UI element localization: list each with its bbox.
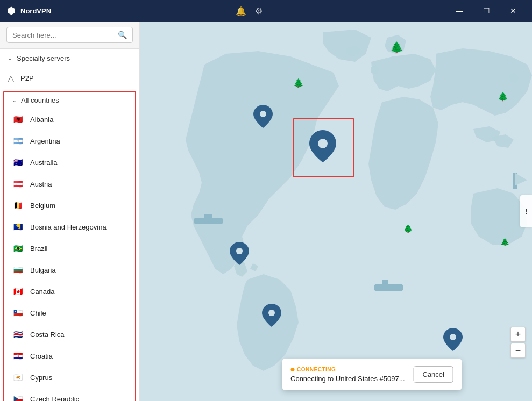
maximize-button[interactable]: ☐ [474,2,499,19]
country-list-item[interactable]: 🇧🇬Bulgaria [4,259,135,281]
zoom-out-button[interactable]: − [510,343,526,358]
country-list-item[interactable]: 🇧🇷Brazil [4,238,135,259]
country-flag-icon: 🇦🇺 [12,156,24,168]
country-flag-icon: 🇨🇾 [12,371,24,383]
connecting-text-area: CONNECTING Connecting to United States #… [290,367,405,383]
country-flag-icon: 🇨🇿 [12,393,24,401]
all-countries-section: ⌄ All countries 🇦🇱Albania🇦🇷Argentina🇦🇺Au… [3,91,136,401]
search-box: 🔍 [6,27,133,43]
country-list-item[interactable]: 🇧🇦Bosnia and Herzegovina [4,216,135,238]
country-name: Bulgaria [30,266,56,274]
country-list-item[interactable]: 🇨🇷Costa Rica [4,324,135,345]
titlebar: NordVPN 🔔 ⚙ — ☐ ✕ [0,0,532,22]
country-flag-icon: 🇨🇦 [12,285,24,297]
country-flag-icon: 🇦🇱 [12,113,24,125]
country-name: Croatia [30,352,53,360]
all-countries-chevron-icon: ⌄ [12,97,17,104]
p2p-icon: △ [8,73,14,83]
country-flag-icon: 🇨🇷 [12,328,24,340]
svg-text:🌲: 🌲 [293,78,304,88]
search-input[interactable] [12,31,114,39]
country-name: Brazil [30,245,48,253]
p2p-item[interactable]: △ P2P [0,68,139,89]
settings-icon[interactable]: ⚙ [255,6,263,16]
app-title: NordVPN [20,7,51,15]
svg-point-13 [260,111,266,117]
country-name: Argentina [30,137,60,145]
country-name: Bosnia and Herzegovina [30,223,107,231]
minimize-button[interactable]: — [447,2,472,19]
country-flag-icon: 🇦🇹 [12,178,24,190]
svg-text:🌲: 🌲 [390,41,403,54]
connecting-label: CONNECTING [290,367,405,373]
notification-icon[interactable]: 🔔 [236,6,246,16]
country-list-item[interactable]: 🇦🇱Albania [4,109,135,130]
country-list-item[interactable]: 🇭🇷Croatia [4,345,135,367]
svg-text:🌲: 🌲 [500,238,510,247]
country-list-item[interactable]: 🇧🇪Belgium [4,195,135,216]
connecting-dot-icon [290,368,294,371]
svg-text:🌲: 🌲 [498,91,508,102]
country-flag-icon: 🇧🇪 [12,199,24,211]
titlebar-brand: NordVPN [6,6,51,16]
svg-rect-7 [204,214,212,218]
country-name: Belgium [30,202,55,210]
country-list: 🇦🇱Albania🇦🇷Argentina🇦🇺Australia🇦🇹Austria… [4,109,135,401]
country-name: Cyprus [30,374,52,382]
zoom-controls: + − [510,327,526,358]
zoom-in-button[interactable]: + [510,327,526,342]
nordvpn-logo-icon [6,6,16,16]
country-list-item[interactable]: 🇦🇹Austria [4,173,135,195]
country-name: Albania [30,116,53,124]
country-name: Costa Rica [30,331,65,339]
connecting-server-text: Connecting to United States #5097... [290,375,405,383]
svg-point-16 [450,334,456,340]
all-countries-header[interactable]: ⌄ All countries [4,92,135,109]
search-icon: 🔍 [118,31,127,39]
country-list-item[interactable]: 🇨🇾Cyprus [4,367,135,388]
country-list-item[interactable]: 🇦🇺Australia [4,152,135,173]
svg-rect-11 [382,280,388,284]
titlebar-icons: 🔔 ⚙ [236,6,263,16]
country-list-item[interactable]: 🇨🇱Chile [4,302,135,324]
country-flag-icon: 🇧🇷 [12,242,24,254]
svg-text:🌲: 🌲 [403,224,413,233]
svg-rect-6 [194,218,223,224]
search-container: 🔍 [0,22,139,49]
country-flag-icon: 🇧🇬 [12,264,24,276]
country-list-item[interactable]: 🇦🇷Argentina [4,130,135,152]
country-flag-icon: 🇦🇷 [12,135,24,147]
svg-rect-10 [374,284,403,291]
chevron-down-icon: ⌄ [8,55,12,62]
map-selection-box [293,118,354,177]
country-flag-icon: 🇭🇷 [12,350,24,362]
main-layout: 🔍 ⌄ Specialty servers △ P2P ⌄ All countr… [0,22,532,401]
country-list-item[interactable]: 🇨🇦Canada [4,281,135,302]
map-area: 🌲 🌲 🌲 🌲 🌲 [140,22,532,401]
country-flag-icon: 🇧🇦 [12,221,24,233]
sidebar-list: ⌄ Specialty servers △ P2P ⌄ All countrie… [0,49,139,401]
cancel-button[interactable]: Cancel [413,366,453,383]
all-countries-label: All countries [21,96,59,104]
world-map: 🌲 🌲 🌲 🌲 🌲 [140,22,532,401]
p2p-label: P2P [20,74,34,82]
close-button[interactable]: ✕ [501,2,526,19]
info-button[interactable]: ! [520,195,532,227]
country-name: Austria [30,180,52,188]
country-list-item[interactable]: 🇨🇿Czech Republic [4,388,135,401]
titlebar-window-controls: — ☐ ✕ [447,2,526,19]
svg-point-14 [236,248,243,254]
country-name: Chile [30,309,46,317]
specialty-servers-label: Specialty servers [17,54,70,62]
connecting-toast: CONNECTING Connecting to United States #… [282,359,462,390]
country-name: Canada [30,288,55,296]
country-flag-icon: 🇨🇱 [12,307,24,319]
specialty-servers-header[interactable]: ⌄ Specialty servers [0,49,139,68]
country-name: Australia [30,159,58,167]
sidebar: 🔍 ⌄ Specialty servers △ P2P ⌄ All countr… [0,22,140,401]
country-name: Czech Republic [30,395,79,402]
svg-point-15 [268,310,275,316]
